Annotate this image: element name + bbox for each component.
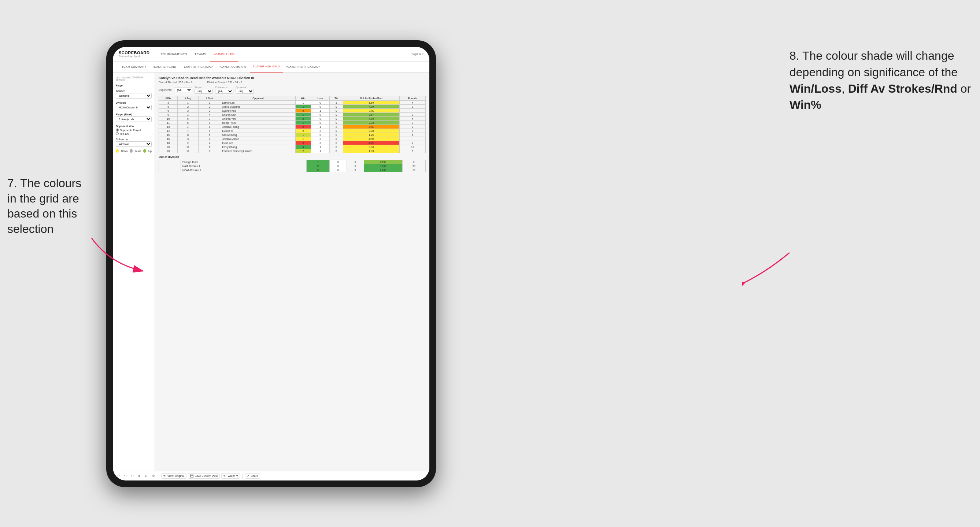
nav-committee[interactable]: COMMITTEE (210, 47, 239, 62)
sidebar-division-section: Division NCAA Division III (116, 102, 152, 110)
save-custom-btn[interactable]: 💾 Save Custom View (188, 473, 220, 479)
sidebar-player-section: Player (116, 84, 152, 87)
sub-nav-team-h2h-grid[interactable]: TEAM H2H GRID (150, 62, 179, 73)
opponent-select[interactable]: (All) (235, 89, 254, 94)
legend-down-label: Down (121, 150, 127, 152)
filter-opponent: Opponent (All) (235, 86, 254, 94)
nav-tournaments[interactable]: TOURNAMENTS (157, 47, 191, 62)
opponents-played-radio[interactable]: Opponents Played (116, 129, 152, 132)
watch-icon: 👁 (223, 474, 226, 478)
header-diff: Diff Av Strokes/Rnd (343, 96, 400, 101)
logo: SCOREBOARD (119, 51, 150, 55)
sidebar-player-rank-select[interactable]: 8. Katelyn Vo (116, 116, 152, 122)
nav-sign-out[interactable]: Sign out (411, 52, 423, 56)
table-row: 1311 Jessica Huang 0 1 2 -3.00 2 (159, 125, 426, 129)
share-label: Share (251, 474, 258, 478)
sidebar-division-label: Division (116, 102, 152, 104)
toolbar-divider-1 (159, 473, 159, 479)
right-arrow (742, 249, 793, 286)
annotation-right-text: 8. The colour shade will change dependin… (789, 49, 971, 111)
sub-nav-player-h2h-grid[interactable]: PLAYER H2H GRID (250, 62, 283, 73)
colour-by-select[interactable]: Win/Loss (116, 141, 152, 147)
sub-nav-team-summary[interactable]: TEAM SUMMARY (119, 62, 150, 73)
filters-row: Opponents: (All) Region (All) Conference… (159, 86, 426, 94)
division-record: Division Record: 331 - 34 - 6 (207, 81, 242, 84)
opponents-select[interactable]: (All) (174, 87, 192, 92)
top-100-radio[interactable]: Top 100 (116, 132, 152, 135)
sub-nav: TEAM SUMMARY TEAM H2H GRID TEAM H2H HEAT… (113, 62, 430, 73)
view-original-btn[interactable]: 👁 View: Original (161, 473, 186, 479)
logo-sub: Powered by clippd (119, 55, 150, 57)
colour-by-section: Colour by Win/Loss Down Level Up (116, 138, 152, 153)
legend-level-dot (130, 149, 133, 153)
copy-btn[interactable]: ⊞ (137, 473, 142, 478)
table-row: 1151 Heejo Hyun 1 0 0 3.33 3 (159, 121, 426, 125)
legend-level-label: Level (135, 150, 141, 152)
out-of-division-table: Foreign Team 1 0 0 4.500 2 NAIA Division… (159, 160, 426, 172)
share-icon: ↗ (247, 474, 250, 478)
colour-by-label: Colour by (116, 138, 152, 141)
sub-nav-player-summary[interactable]: PLAYER SUMMARY (216, 62, 250, 73)
save-custom-label: Save Custom View (194, 474, 218, 478)
sub-nav-team-h2h-heatmap[interactable]: TEAM H2H HEATMAP (179, 62, 216, 73)
legend-up-dot (143, 149, 146, 153)
sidebar-player-label: Player (116, 84, 152, 87)
table-row: 1063 Andrea York 2 0 0 4.00 4 (159, 117, 426, 121)
sidebar-timestamp: Last Updated: 27/03/2024 16:55:38 (116, 76, 152, 81)
tablet-screen: SCOREBOARD Powered by clippd TOURNAMENTS… (113, 47, 430, 481)
opponents-filter-label: Opponents: (159, 89, 172, 91)
header-rounds: Rounds (399, 96, 425, 101)
sidebar-division-select[interactable]: NCAA Division III (116, 105, 152, 110)
opponents-played-label: Opponents Played (120, 129, 141, 132)
out-of-division-header: Out of division (159, 155, 426, 159)
table-row: Foreign Team 1 0 0 4.500 2 (159, 160, 426, 164)
table-row: 20117 Federica Domecq Lacroze 2 1 0 1.33… (159, 149, 426, 153)
header-div: # Div (159, 96, 178, 101)
annotation-left-text: 7. The colours in the grid are based on … (7, 176, 81, 235)
watch-btn[interactable]: 👁 Watch ▾ (221, 473, 240, 479)
paste-btn[interactable]: ⊟ (143, 473, 149, 478)
table-row: NAIA Division 1 15 0 0 9.267 30 (159, 164, 426, 168)
undo-btn[interactable]: ↩ (116, 473, 121, 478)
bold-win-pct: Win% (789, 98, 821, 111)
filter-region: Region (All) (194, 86, 213, 94)
nav-teams[interactable]: TEAMS (191, 47, 210, 62)
bold-diff: Diff Av Strokes/Rnd (848, 82, 957, 95)
bottom-toolbar: ↩ ↪ ↩ ⊞ ⊟ ⏱ 👁 View: Original 💾 Save Cust… (113, 471, 430, 481)
table-row: NCAA Division 2 5 0 0 7.400 10 (159, 168, 426, 172)
table-row: 1474 Eunice Yi 2 2 0 0.38 9 (159, 129, 426, 133)
conference-label: Conference (215, 86, 233, 89)
undo2-btn[interactable]: ↩ (130, 473, 135, 478)
top-100-label: Top 100 (120, 133, 129, 135)
save-icon: 💾 (190, 474, 193, 478)
table-row: 1822 Euna Lee 0 3 0 -5.00 2 (159, 141, 426, 145)
main-table: # Div # Reg # Conf Opponent Win Loss Tie… (159, 96, 426, 153)
table-row: 20116 Emily Chang 4 1 0 0.30 11 (159, 145, 426, 149)
legend-down-dot (116, 149, 119, 153)
header-tie: Tie (329, 96, 343, 101)
grid-content: Katelyn Vo Head-to-Head Grid for Women's… (155, 73, 430, 471)
clock-btn[interactable]: ⏱ (151, 473, 156, 478)
share-btn[interactable]: ↗ Share (245, 473, 260, 479)
filter-conference: Conference (All) (215, 86, 233, 94)
region-label: Region (194, 86, 213, 89)
opponents-played-radio-dot (116, 129, 119, 132)
sub-nav-player-h2h-heatmap[interactable]: PLAYER H2H HEATMAP (283, 62, 323, 73)
header-conf: # Conf (198, 96, 221, 101)
sidebar-gender-section: Gender Women's (116, 90, 152, 98)
table-row: 311 Esther Lee 1 0 1 1.50 4 (159, 101, 426, 105)
opponent-label: Opponent (235, 86, 254, 89)
sidebar-opponent-view-section: Opponent view Opponents Played Top 100 (116, 125, 152, 135)
grid-records: Overall Record: 353 - 34 - 6 Division Re… (159, 81, 426, 84)
sidebar-gender-select[interactable]: Women's (116, 93, 152, 98)
annotation-left: 7. The colours in the grid are based on … (0, 176, 95, 237)
sidebar-player-rank-section: Player (Rank) 8. Katelyn Vo (116, 113, 152, 122)
view-icon: 👁 (163, 474, 166, 478)
legend-row: Down Level Up (116, 149, 152, 153)
conference-select[interactable]: (All) (215, 89, 233, 94)
redo-btn[interactable]: ↪ (123, 473, 128, 478)
region-select[interactable]: (All) (194, 89, 213, 94)
bold-win-loss: Win/Loss (789, 82, 842, 95)
legend-up-label: Up (148, 150, 152, 152)
table-row: 633 Sydney Kuo 0 1 0 -1.00 (159, 109, 426, 113)
